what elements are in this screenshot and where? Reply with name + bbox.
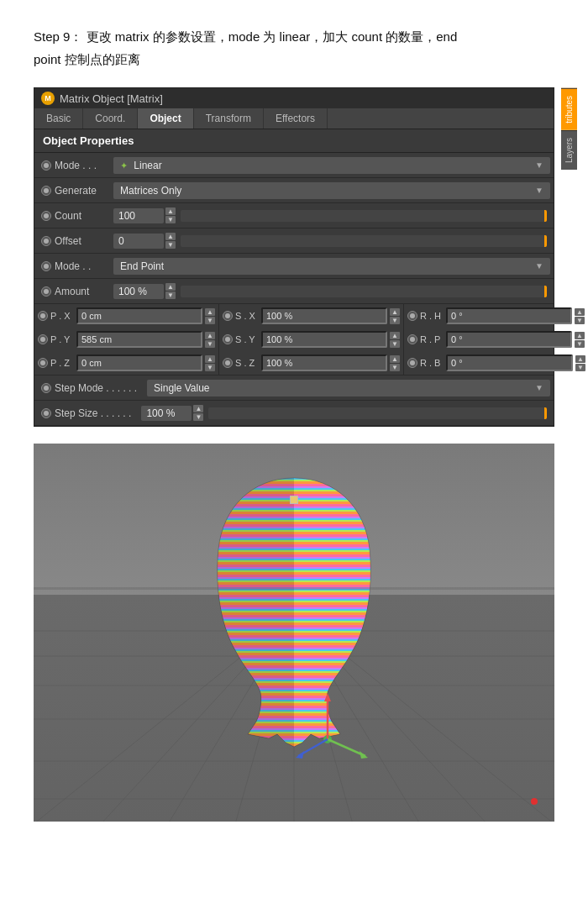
sx-step-down[interactable]: ▼: [390, 317, 400, 324]
py-radio[interactable]: [38, 334, 48, 344]
mode2-dropdown[interactable]: End Point ▼: [113, 258, 550, 275]
py-step-down[interactable]: ▼: [205, 340, 215, 348]
sy-cell: S . Y ▲ ▼: [219, 328, 404, 351]
axis-widget: [286, 689, 370, 775]
offset-step-up[interactable]: ▲: [165, 233, 176, 240]
sz-radio[interactable]: [223, 358, 233, 368]
offset-input[interactable]: [113, 234, 164, 249]
rb-radio[interactable]: [407, 358, 417, 368]
mode2-radio[interactable]: [41, 261, 51, 271]
step-title: Step 9： 更改 matrix 的参数设置，mode 为 linear，加大…: [34, 25, 554, 71]
step-size-step-up[interactable]: ▲: [193, 405, 203, 412]
px-step-down[interactable]: ▼: [205, 317, 215, 324]
sx-radio[interactable]: [223, 311, 233, 321]
generate-radio[interactable]: [41, 186, 51, 196]
sy-step-down[interactable]: ▼: [390, 340, 400, 348]
step-mode-radio[interactable]: [41, 383, 51, 393]
handle-square: [290, 496, 298, 504]
pz-step-up[interactable]: ▲: [205, 355, 215, 363]
amount-radio[interactable]: [41, 286, 51, 297]
svg-marker-24: [360, 751, 368, 759]
py-stepper: ▲ ▼: [205, 332, 215, 348]
count-input[interactable]: [113, 208, 164, 223]
count-step-down[interactable]: ▼: [165, 216, 176, 223]
sx-stepper: ▲ ▼: [390, 308, 400, 324]
offset-stepper: ▲ ▼: [165, 233, 176, 249]
rb-step-up[interactable]: ▲: [575, 355, 585, 363]
side-tab-layers[interactable]: Layers: [561, 130, 577, 170]
rp-step-down[interactable]: ▼: [575, 340, 585, 348]
offset-radio[interactable]: [41, 236, 51, 246]
mode-radio[interactable]: [41, 160, 51, 171]
rh-step-up[interactable]: ▲: [575, 308, 585, 316]
rb-input[interactable]: [446, 354, 573, 371]
panel-title: Matrix Object [Matrix]: [60, 92, 163, 105]
sy-step-up[interactable]: ▲: [390, 332, 400, 339]
rh-radio[interactable]: [407, 311, 417, 321]
sz-step-down[interactable]: ▼: [390, 364, 400, 371]
rp-stepper: ▲ ▼: [575, 332, 585, 348]
count-radio[interactable]: [41, 211, 51, 221]
sx-input[interactable]: [261, 307, 387, 324]
pz-radio[interactable]: [38, 358, 48, 368]
sy-input[interactable]: [261, 331, 387, 348]
rh-cell: R . H ▲ ▼: [404, 304, 588, 328]
amount-input[interactable]: [113, 284, 164, 299]
step-mode-dropdown[interactable]: Single Value ▼: [147, 380, 550, 396]
sx-step-up[interactable]: ▲: [390, 308, 400, 316]
sz-input[interactable]: [261, 354, 387, 371]
offset-step-down[interactable]: ▼: [165, 241, 176, 249]
title-bar: M Matrix Object [Matrix]: [34, 88, 554, 108]
side-tab-tributes[interactable]: tributes: [561, 88, 577, 130]
px-step-up[interactable]: ▲: [205, 308, 215, 316]
px-radio[interactable]: [38, 311, 48, 321]
amount-step-up[interactable]: ▲: [165, 283, 176, 291]
rh-step-down[interactable]: ▼: [575, 317, 585, 324]
tab-transform[interactable]: Transform: [194, 108, 264, 129]
tab-basic[interactable]: Basic: [34, 108, 83, 129]
sz-cell: S . Z ▲ ▼: [219, 351, 404, 375]
offset-progress-fill: [544, 235, 547, 247]
sz-step-up[interactable]: ▲: [390, 355, 400, 363]
tab-effectors[interactable]: Effectors: [264, 108, 328, 129]
pz-step-down[interactable]: ▼: [205, 364, 215, 371]
c4d-panel: M Matrix Object [Matrix] Basic Coord. Ob…: [34, 87, 554, 427]
tab-coord[interactable]: Coord.: [83, 108, 138, 129]
pz-input[interactable]: [76, 354, 202, 371]
panel-icon: M: [41, 92, 55, 105]
sz-stepper: ▲ ▼: [390, 355, 400, 371]
amount-progress-fill: [544, 286, 547, 297]
py-step-up[interactable]: ▲: [205, 332, 215, 339]
step-size-stepper: ▲ ▼: [193, 405, 203, 421]
sy-radio[interactable]: [223, 334, 233, 344]
step-size-radio[interactable]: [41, 408, 51, 418]
offset-label: Offset: [34, 235, 110, 247]
mode-row: Mode . . . ✦ Linear ▼: [34, 153, 554, 178]
rp-step-up[interactable]: ▲: [575, 332, 585, 339]
offset-progress-bar: [181, 235, 547, 247]
amount-step-down[interactable]: ▼: [165, 291, 176, 299]
count-row: Count ▲ ▼: [34, 203, 554, 228]
offset-row: Offset ▲ ▼: [34, 228, 554, 254]
generate-dropdown[interactable]: Matrices Only ▼: [113, 182, 550, 199]
rb-step-down[interactable]: ▼: [575, 364, 585, 371]
tab-object[interactable]: Object: [138, 108, 193, 129]
step-size-progress-bar: [208, 407, 547, 419]
px-input[interactable]: [76, 307, 202, 324]
pz-cell: P . Z ▲ ▼: [34, 351, 219, 375]
rp-cell: R . P ▲ ▼: [404, 328, 588, 351]
rh-input[interactable]: [446, 307, 572, 324]
py-input[interactable]: [76, 331, 202, 348]
rp-radio[interactable]: [407, 334, 417, 344]
step-title-line2: point 控制点的距离: [34, 52, 140, 66]
step-size-step-down[interactable]: ▼: [193, 413, 203, 421]
chevron-down-icon-4: ▼: [535, 383, 543, 392]
generate-row: Generate Matrices Only ▼: [34, 178, 554, 203]
red-dot-marker: [531, 798, 538, 805]
count-step-up[interactable]: ▲: [165, 207, 176, 215]
step-size-input[interactable]: [141, 406, 192, 421]
amount-input-group: ▲ ▼: [110, 281, 554, 301]
axis-svg: [286, 689, 370, 773]
mode-dropdown[interactable]: ✦ Linear ▼: [113, 157, 550, 174]
rp-input[interactable]: [446, 331, 572, 348]
